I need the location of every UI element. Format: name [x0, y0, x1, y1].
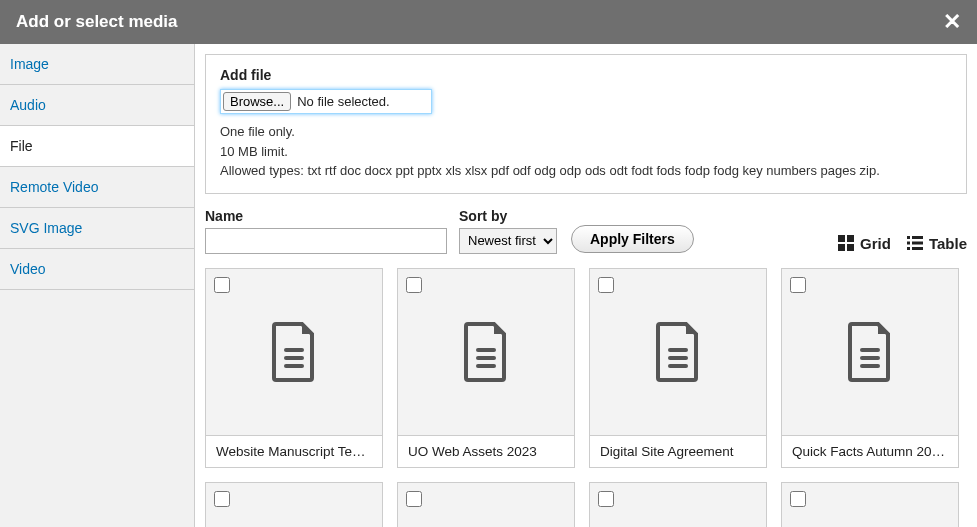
results-grid: Website Manuscript Tem…UO Web Assets 202… — [205, 268, 967, 528]
file-status-text: No file selected. — [297, 94, 390, 109]
media-caption: Quick Facts Autumn 202… — [782, 435, 958, 467]
sidebar-item-label: Remote Video — [10, 179, 98, 195]
file-icon — [590, 483, 766, 528]
sort-filter: Sort by Newest first — [459, 208, 557, 254]
view-toggle: Grid Table — [838, 235, 967, 254]
media-checkbox[interactable] — [214, 491, 230, 507]
file-icon — [782, 269, 958, 435]
name-label: Name — [205, 208, 447, 224]
media-card[interactable] — [205, 482, 383, 528]
media-card[interactable] — [397, 482, 575, 528]
media-caption: Website Manuscript Tem… — [206, 435, 382, 467]
file-icon — [782, 483, 958, 528]
media-card[interactable]: UO Web Assets 2023 — [397, 268, 575, 468]
close-icon[interactable]: ✕ — [943, 9, 961, 35]
svg-rect-1 — [847, 235, 854, 242]
name-filter: Name — [205, 208, 447, 254]
media-checkbox[interactable] — [214, 277, 230, 293]
apply-filters-button[interactable]: Apply Filters — [571, 225, 694, 253]
media-card[interactable]: Quick Facts Autumn 202… — [781, 268, 959, 468]
file-input[interactable]: Browse... No file selected. — [220, 89, 432, 114]
main-layout: Image Audio File Remote Video SVG Image … — [0, 44, 977, 527]
media-card[interactable]: Digital Site Agreement — [589, 268, 767, 468]
sort-select[interactable]: Newest first — [459, 228, 557, 254]
list-icon — [907, 235, 923, 251]
sidebar-item-file[interactable]: File — [0, 126, 194, 167]
table-view-label: Table — [929, 235, 967, 252]
hint-allowed-types: Allowed types: txt rtf doc docx ppt pptx… — [220, 161, 952, 181]
svg-rect-7 — [912, 242, 923, 245]
sidebar-item-label: Audio — [10, 97, 46, 113]
sidebar: Image Audio File Remote Video SVG Image … — [0, 44, 195, 527]
grid-icon — [838, 235, 854, 251]
media-card[interactable] — [589, 482, 767, 528]
media-caption: Digital Site Agreement — [590, 435, 766, 467]
sidebar-item-svg-image[interactable]: SVG Image — [0, 208, 194, 249]
media-checkbox[interactable] — [790, 277, 806, 293]
media-checkbox[interactable] — [790, 491, 806, 507]
media-caption: UO Web Assets 2023 — [398, 435, 574, 467]
table-view-button[interactable]: Table — [907, 235, 967, 252]
media-card[interactable] — [781, 482, 959, 528]
svg-rect-3 — [847, 244, 854, 251]
name-input[interactable] — [205, 228, 447, 254]
sidebar-item-label: Image — [10, 56, 49, 72]
titlebar: Add or select media ✕ — [0, 0, 977, 44]
file-icon — [206, 269, 382, 435]
sidebar-item-remote-video[interactable]: Remote Video — [0, 167, 194, 208]
svg-rect-4 — [907, 236, 910, 239]
sidebar-item-label: Video — [10, 261, 46, 277]
svg-rect-0 — [838, 235, 845, 242]
sidebar-item-video[interactable]: Video — [0, 249, 194, 290]
svg-rect-8 — [907, 247, 910, 250]
grid-view-label: Grid — [860, 235, 891, 252]
sidebar-item-audio[interactable]: Audio — [0, 85, 194, 126]
file-icon — [590, 269, 766, 435]
browse-button[interactable]: Browse... — [223, 92, 291, 111]
svg-rect-5 — [912, 236, 923, 239]
media-checkbox[interactable] — [598, 491, 614, 507]
media-checkbox[interactable] — [406, 491, 422, 507]
content-area: Add file Browse... No file selected. One… — [195, 44, 977, 527]
filters-row: Name Sort by Newest first Apply Filters … — [205, 208, 967, 254]
add-file-heading: Add file — [220, 67, 952, 83]
add-file-section: Add file Browse... No file selected. One… — [205, 54, 967, 194]
media-checkbox[interactable] — [598, 277, 614, 293]
grid-view-button[interactable]: Grid — [838, 235, 891, 252]
media-checkbox[interactable] — [406, 277, 422, 293]
media-card[interactable]: Website Manuscript Tem… — [205, 268, 383, 468]
sort-label: Sort by — [459, 208, 557, 224]
file-icon — [206, 483, 382, 528]
file-icon — [398, 269, 574, 435]
hint-one-file: One file only. — [220, 122, 952, 142]
svg-rect-9 — [912, 247, 923, 250]
svg-rect-6 — [907, 242, 910, 245]
sidebar-item-image[interactable]: Image — [0, 44, 194, 85]
sidebar-item-label: File — [10, 138, 33, 154]
file-icon — [398, 483, 574, 528]
svg-rect-2 — [838, 244, 845, 251]
dialog-title: Add or select media — [16, 12, 178, 32]
hint-size-limit: 10 MB limit. — [220, 142, 952, 162]
sidebar-item-label: SVG Image — [10, 220, 82, 236]
